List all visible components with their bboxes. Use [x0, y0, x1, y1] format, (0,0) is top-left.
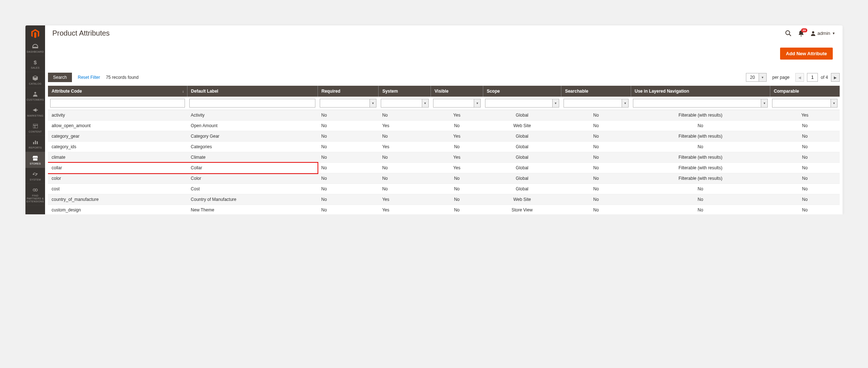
header: Product Attributes 39 admin ▼ [45, 25, 843, 39]
filter-layered[interactable]: ▼ [633, 99, 768, 108]
filter-required[interactable]: ▼ [320, 99, 376, 108]
cell-layered: No [631, 142, 770, 152]
cell-system: No [379, 110, 431, 121]
notifications-button[interactable]: 39 [798, 30, 804, 37]
search-button[interactable] [785, 30, 792, 37]
logo[interactable] [25, 25, 45, 40]
cell-scope: Web Site [483, 194, 561, 205]
filter-row: ▼ ▼ ▼ ▼ ▼ ▼ ▼ [48, 97, 840, 110]
col-visible[interactable]: Visible [431, 86, 483, 97]
cell-searchable: No [561, 121, 631, 131]
search-button[interactable]: Search [48, 73, 72, 82]
cell-required: No [318, 205, 379, 215]
cell-layered: No [631, 205, 770, 215]
table-row[interactable]: climateClimateNoNoYesGlobalNoFilterable … [48, 152, 840, 163]
cell-scope: Global [483, 131, 561, 142]
table-row[interactable]: activityActivityNoNoYesGlobalNoFilterabl… [48, 110, 840, 121]
nav-sales[interactable]: $ SALES [25, 56, 45, 72]
cell-system: No [379, 163, 431, 173]
prev-page-button[interactable]: ◀ [795, 73, 804, 82]
cell-searchable: No [561, 184, 631, 194]
cell-searchable: No [561, 152, 631, 163]
cell-comparable: No [770, 205, 840, 215]
col-required[interactable]: Required [318, 86, 379, 97]
sort-asc-icon: ↓ [182, 89, 184, 93]
nav-reports[interactable]: REPORTS [25, 136, 45, 152]
nav-marketing[interactable]: MARKETING [25, 104, 45, 120]
user-menu[interactable]: admin ▼ [811, 31, 835, 36]
records-found: 75 records found [106, 75, 138, 80]
app-root: DASHBOARD $ SALES CATALOG CUSTOMERS MARK… [25, 25, 843, 214]
cell-code: activity [48, 110, 187, 121]
cell-scope: Global [483, 184, 561, 194]
nav-label: STORES [30, 162, 41, 165]
table-row[interactable]: category_idsCategoriesNoYesNoGlobalNoNoN… [48, 142, 840, 152]
nav-customers[interactable]: CUSTOMERS [25, 88, 45, 104]
cell-layered: Filterable (with results) [631, 173, 770, 184]
svg-rect-5 [35, 141, 36, 144]
box-icon [33, 75, 38, 81]
col-attribute-code[interactable]: Attribute Code↓ [48, 86, 187, 97]
cell-required: No [318, 110, 379, 121]
next-page-button[interactable]: ▶ [831, 73, 840, 82]
page-input[interactable] [807, 73, 818, 82]
chevron-down-icon: ▼ [761, 99, 767, 107]
filter-visible[interactable]: ▼ [433, 99, 481, 108]
cell-scope: Global [483, 163, 561, 173]
notif-count: 39 [801, 28, 807, 32]
store-icon [33, 155, 38, 161]
col-searchable[interactable]: Searchable [561, 86, 631, 97]
filter-system[interactable]: ▼ [381, 99, 429, 108]
nav-catalog[interactable]: CATALOG [25, 72, 45, 88]
svg-point-11 [812, 31, 814, 33]
gear-icon [33, 171, 38, 177]
filter-comparable[interactable]: ▼ [772, 99, 837, 108]
col-comparable[interactable]: Comparable [770, 86, 840, 97]
col-default-label[interactable]: Default Label [187, 86, 318, 97]
nav-dashboard[interactable]: DASHBOARD [25, 40, 45, 56]
cell-scope: Global [483, 173, 561, 184]
megaphone-icon [33, 107, 38, 113]
svg-line-10 [789, 34, 791, 36]
dollar-icon: $ [34, 59, 37, 65]
cell-code: allow_open_amount [48, 121, 187, 131]
filter-scope[interactable]: ▼ [485, 99, 559, 108]
table-row[interactable]: custom_designNew ThemeNoYesNoStore ViewN… [48, 205, 840, 215]
chevron-down-icon: ▼ [370, 99, 376, 107]
table-row[interactable]: category_gearCategory GearNoNoYesGlobalN… [48, 131, 840, 142]
add-new-attribute-button[interactable]: Add New Attribute [780, 48, 833, 60]
table-row[interactable]: costCostNoNoNoGlobalNoNoNo [48, 184, 840, 194]
cell-layered: No [631, 121, 770, 131]
nav-label: REPORTS [29, 146, 42, 149]
cell-label: Climate [187, 152, 318, 163]
table-row[interactable]: allow_open_amountOpen AmountNoYesNoWeb S… [48, 121, 840, 131]
table-row[interactable]: country_of_manufactureCountry of Manufac… [48, 194, 840, 205]
nav-content[interactable]: CONTENT [25, 120, 45, 136]
reset-filter-link[interactable]: Reset Filter [78, 75, 100, 80]
nav-label: FIND PARTNERS & EXTENSIONS [26, 194, 44, 203]
cell-comparable: No [770, 173, 840, 184]
col-layered[interactable]: Use in Layered Navigation [631, 86, 770, 97]
table-row[interactable]: collarCollarNoNoYesGlobalNoFilterable (w… [48, 163, 840, 173]
table-row[interactable]: colorColorNoNoNoGlobalNoFilterable (with… [48, 173, 840, 184]
chevron-down-icon: ▼ [759, 73, 766, 81]
pager: ◀ of 4 ▶ [795, 73, 840, 82]
cell-layered: Filterable (with results) [631, 110, 770, 121]
per-page-select[interactable]: 20 ▼ [746, 73, 766, 82]
filter-default-label[interactable] [189, 99, 315, 108]
filter-searchable[interactable]: ▼ [564, 99, 629, 108]
cell-visible: Yes [431, 110, 483, 121]
cell-code: country_of_manufacture [48, 194, 187, 205]
nav-system[interactable]: SYSTEM [25, 168, 45, 184]
cell-visible: No [431, 121, 483, 131]
partners-icon [33, 187, 38, 193]
cell-system: No [379, 184, 431, 194]
filter-attribute-code[interactable] [50, 99, 185, 108]
col-scope[interactable]: Scope [483, 86, 561, 97]
cell-label: Categories [187, 142, 318, 152]
nav-stores[interactable]: STORES [25, 152, 45, 168]
nav-partners[interactable]: FIND PARTNERS & EXTENSIONS [25, 184, 45, 206]
col-system[interactable]: System [379, 86, 431, 97]
cell-code: collar [48, 163, 187, 173]
cell-label: Cost [187, 184, 318, 194]
